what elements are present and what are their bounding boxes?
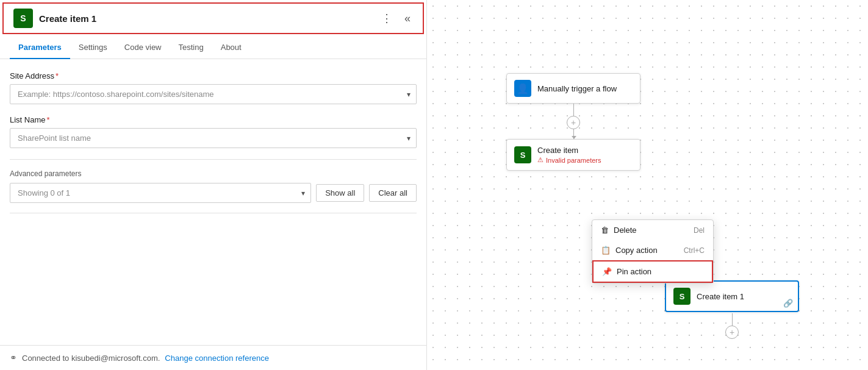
advanced-controls: Showing 0 of 1 ▾ Show all Clear all	[10, 183, 417, 203]
advanced-dropdown-wrapper: Showing 0 of 1 ▾	[10, 183, 311, 203]
copy-shortcut: Ctrl+C	[684, 246, 705, 255]
context-menu: 🗑 Delete Del 📋 Copy action Ctrl+C 📌 Pin …	[592, 219, 714, 283]
site-address-label: Site Address*	[10, 71, 417, 80]
warning-icon: ⚠	[537, 156, 543, 164]
link-icon: 🔗	[783, 299, 793, 308]
divider-1	[10, 159, 417, 160]
connection-text: Connected to kisubedi@microsoft.com.	[22, 354, 160, 363]
list-name-select[interactable]: SharePoint list name	[10, 128, 417, 148]
add-step-button-1[interactable]: +	[567, 116, 580, 129]
list-name-select-wrapper: SharePoint list name ▾	[10, 128, 417, 148]
context-menu-copy[interactable]: 📋 Copy action Ctrl+C	[592, 240, 713, 260]
show-all-button[interactable]: Show all	[316, 184, 364, 202]
site-address-group: Site Address* Example: https://contoso.s…	[10, 71, 417, 104]
create-item1-wrapper: S Create item 1 🔗 +	[665, 280, 799, 339]
more-options-button[interactable]: ⋮	[379, 9, 395, 27]
site-address-select-wrapper: Example: https://contoso.sharepoint.com/…	[10, 84, 417, 104]
tab-about[interactable]: About	[212, 37, 250, 59]
create-item-title: Create item	[537, 146, 633, 155]
header-left: S Create item 1	[13, 9, 96, 28]
create-item-content: Create item ⚠ Invalid parameters	[537, 146, 633, 164]
delete-shortcut: Del	[694, 226, 705, 235]
create-item1-node[interactable]: S Create item 1 🔗	[665, 280, 799, 312]
delete-item-left: 🗑 Delete	[601, 226, 637, 235]
collapse-button[interactable]: «	[402, 10, 413, 27]
tab-parameters[interactable]: Parameters	[10, 37, 70, 59]
icon-letter: S	[20, 13, 26, 23]
connector-line-1	[573, 104, 574, 116]
page-title: Create item 1	[39, 13, 96, 24]
trigger-icon: 👤	[514, 80, 531, 97]
pin-item-left: 📌 Pin action	[602, 267, 651, 276]
right-panel: 👤 Manually trigger a flow + S Create ite…	[427, 0, 868, 370]
tab-testing[interactable]: Testing	[170, 37, 212, 59]
trigger-title: Manually trigger a flow	[537, 84, 633, 93]
required-star: *	[56, 71, 59, 80]
tabs-bar: Parameters Settings Code view Testing Ab…	[0, 37, 426, 59]
form-content: Site Address* Example: https://contoso.s…	[0, 59, 426, 345]
connector-line-2	[732, 313, 733, 326]
list-name-label: List Name*	[10, 115, 417, 124]
advanced-parameters-section: Advanced parameters Showing 0 of 1 ▾ Sho…	[10, 169, 417, 203]
list-required-star: *	[47, 115, 50, 124]
sharepoint-icon: S	[13, 9, 33, 28]
list-name-group: List Name* SharePoint list name ▾	[10, 115, 417, 148]
trigger-content: Manually trigger a flow	[537, 84, 633, 93]
trigger-node[interactable]: 👤 Manually trigger a flow	[506, 73, 640, 104]
copy-icon: 📋	[601, 246, 611, 255]
create-item1-content: Create item 1	[697, 292, 791, 301]
left-panel: S Create item 1 ⋮ « Parameters Settings …	[0, 0, 427, 370]
tab-code-view[interactable]: Code view	[116, 37, 170, 59]
create-item-node[interactable]: S Create item ⚠ Invalid parameters	[506, 139, 640, 171]
create-item-icon: S	[514, 146, 531, 163]
delete-icon: 🗑	[601, 226, 609, 235]
context-menu-delete[interactable]: 🗑 Delete Del	[592, 220, 713, 240]
connection-icon: ⚭	[10, 353, 17, 363]
change-connection-link[interactable]: Change connection reference	[165, 354, 269, 363]
divider-2	[10, 213, 417, 213]
create-item1-icon: S	[673, 288, 690, 305]
header-actions: ⋮ «	[379, 9, 413, 27]
flow-canvas: 👤 Manually trigger a flow + S Create ite…	[506, 73, 640, 171]
add-step-button-2[interactable]: +	[725, 326, 739, 339]
pin-icon: 📌	[602, 267, 612, 276]
site-address-select[interactable]: Example: https://contoso.sharepoint.com/…	[10, 84, 417, 104]
create-item-error: ⚠ Invalid parameters	[537, 156, 633, 164]
tab-settings[interactable]: Settings	[70, 37, 116, 59]
copy-item-left: 📋 Copy action	[601, 246, 658, 255]
create-item1-title: Create item 1	[697, 292, 791, 301]
connection-footer: ⚭ Connected to kisubedi@microsoft.com. C…	[0, 345, 426, 370]
context-menu-pin[interactable]: 📌 Pin action	[592, 260, 713, 283]
advanced-parameters-label: Advanced parameters	[10, 169, 417, 178]
header-bar: S Create item 1 ⋮ «	[2, 2, 424, 34]
advanced-dropdown-select[interactable]: Showing 0 of 1	[10, 183, 311, 203]
arrow-down-1	[573, 129, 574, 139]
clear-all-button[interactable]: Clear all	[369, 184, 417, 202]
